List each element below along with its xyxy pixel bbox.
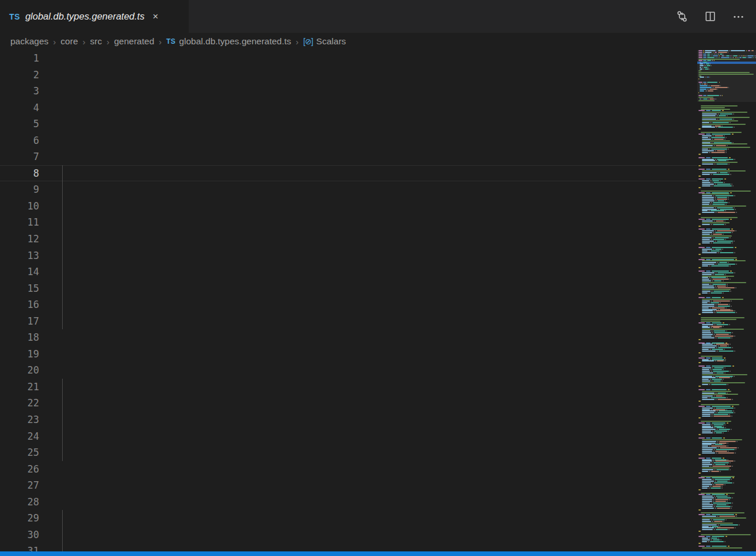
code-line[interactable]: 28	[0, 494, 697, 511]
line-number[interactable]: 4	[0, 100, 39, 116]
more-actions-icon[interactable]	[732, 10, 744, 22]
code-line[interactable]: 25	[0, 444, 697, 461]
breadcrumb-item-global-db-types-generated-ts[interactable]: TSglobal.db.types.generated.ts	[166, 36, 291, 47]
line-number[interactable]: 16	[0, 296, 39, 313]
code-line[interactable]: 16	[0, 296, 697, 313]
code-line[interactable]: 14	[0, 264, 697, 280]
minimap-line	[697, 371, 756, 372]
code-line[interactable]: 13	[0, 247, 697, 264]
line-number[interactable]: 25	[0, 444, 39, 461]
code-line[interactable]: 9	[0, 181, 697, 198]
breadcrumb-item-generated[interactable]: generated	[114, 36, 154, 47]
split-editor-icon[interactable]	[704, 10, 716, 22]
line-number[interactable]: 19	[0, 346, 39, 363]
code-line[interactable]: 18	[0, 329, 697, 346]
minimap-line	[697, 395, 756, 397]
line-number[interactable]: 30	[0, 527, 39, 543]
line-number[interactable]: 28	[0, 494, 39, 511]
code-line[interactable]: 15	[0, 280, 697, 297]
minimap-line	[697, 314, 756, 315]
code-line[interactable]: 6	[0, 132, 697, 149]
indent-guide	[62, 543, 63, 551]
line-number[interactable]: 8	[0, 165, 39, 182]
minimap-line	[697, 439, 756, 440]
minimap[interactable]	[697, 50, 756, 551]
code-line[interactable]: 17	[0, 313, 697, 330]
line-number[interactable]: 1	[0, 50, 39, 67]
code-line[interactable]: 11	[0, 214, 697, 231]
line-number[interactable]: 21	[0, 379, 39, 395]
code-line[interactable]: 12	[0, 231, 697, 247]
line-number[interactable]: 31	[0, 543, 39, 551]
code-line[interactable]: 30	[0, 527, 697, 543]
breadcrumb-item-scalars[interactable]: [⊘]Scalars	[303, 36, 346, 47]
line-number[interactable]: 12	[0, 231, 39, 247]
minimap-line	[697, 63, 756, 64]
line-number[interactable]: 22	[0, 395, 39, 412]
line-number[interactable]: 26	[0, 461, 39, 478]
minimap-line	[697, 401, 756, 402]
line-number[interactable]: 17	[0, 313, 39, 330]
code-line[interactable]: 20	[0, 362, 697, 379]
code-line[interactable]: 10	[0, 198, 697, 215]
line-number[interactable]: 5	[0, 116, 39, 132]
code-lines[interactable]: 1234567891011121314151617181920212223242…	[0, 50, 697, 551]
minimap-line	[697, 467, 756, 469]
line-number[interactable]: 3	[0, 83, 39, 100]
line-number[interactable]: 10	[0, 198, 39, 215]
code-line[interactable]: 4	[0, 100, 697, 116]
code-line[interactable]: 7	[0, 148, 697, 165]
breadcrumb-item-src[interactable]: src	[90, 36, 102, 47]
code-line[interactable]: 31	[0, 543, 697, 551]
minimap-line	[697, 243, 756, 245]
code-line[interactable]: 24	[0, 428, 697, 445]
line-number[interactable]: 20	[0, 362, 39, 379]
line-number[interactable]: 14	[0, 264, 39, 280]
minimap-line	[697, 447, 756, 448]
line-number[interactable]: 11	[0, 214, 39, 231]
minimap-line	[697, 237, 756, 238]
code-line[interactable]: 26	[0, 461, 697, 478]
line-number[interactable]: 7	[0, 148, 39, 165]
line-number[interactable]: 15	[0, 280, 39, 297]
code-line[interactable]: 8	[0, 165, 697, 182]
line-number[interactable]: 2	[0, 67, 39, 83]
line-number[interactable]: 27	[0, 477, 39, 494]
code-line[interactable]: 19	[0, 346, 697, 363]
code-line[interactable]: 27	[0, 477, 697, 494]
line-number[interactable]: 24	[0, 428, 39, 445]
code-line[interactable]: 5	[0, 116, 697, 132]
line-number[interactable]: 13	[0, 247, 39, 264]
line-number[interactable]: 23	[0, 412, 39, 428]
breadcrumb-item-packages[interactable]: packages	[10, 36, 48, 47]
minimap-line	[697, 117, 756, 118]
minimap-line	[697, 287, 756, 288]
breadcrumb-separator: ›	[159, 37, 162, 47]
breadcrumb-item-core[interactable]: core	[60, 36, 78, 47]
minimap-line	[697, 83, 756, 85]
line-number[interactable]: 29	[0, 510, 39, 527]
code-line[interactable]: 1	[0, 50, 697, 67]
code-line[interactable]: 21	[0, 379, 697, 395]
tab-global-db-types-generated[interactable]: TS global.db.types.generated.ts ×	[0, 0, 189, 33]
line-number[interactable]: 18	[0, 329, 39, 346]
code-line[interactable]: 22	[0, 395, 697, 412]
line-number[interactable]: 9	[0, 181, 39, 198]
minimap-line	[697, 416, 756, 417]
close-icon[interactable]: ×	[152, 12, 158, 21]
minimap-line	[697, 326, 756, 327]
code-line[interactable]: 29	[0, 510, 697, 527]
code-line[interactable]: 3	[0, 83, 697, 100]
minimap-line	[697, 471, 756, 472]
code-line[interactable]: 23	[0, 412, 697, 428]
line-number[interactable]: 6	[0, 132, 39, 149]
minimap-line	[697, 110, 756, 111]
minimap-line	[697, 406, 756, 407]
indent-guide	[62, 181, 63, 198]
code-line[interactable]: 2	[0, 67, 697, 83]
code-editor[interactable]: 1234567891011121314151617181920212223242…	[0, 50, 756, 551]
minimap-line	[697, 242, 756, 243]
compare-changes-icon[interactable]	[676, 10, 688, 22]
minimap-line	[697, 95, 756, 96]
minimap-line	[697, 125, 756, 127]
